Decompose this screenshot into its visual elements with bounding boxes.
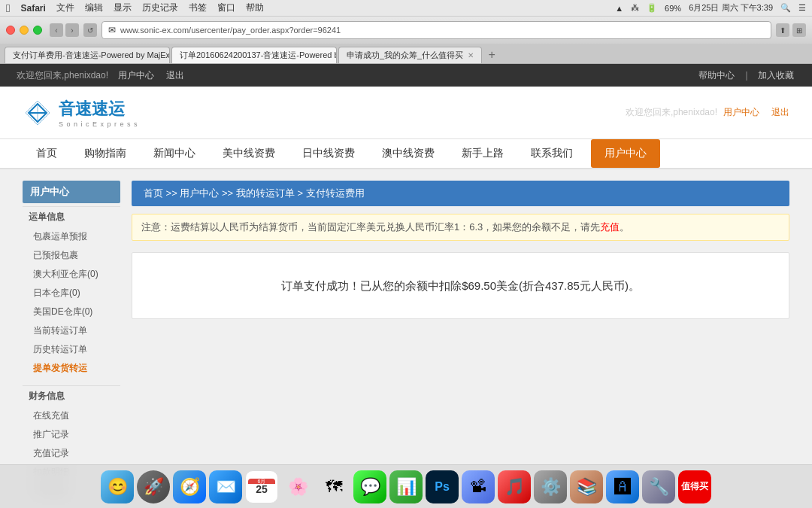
dock-finder[interactable]: 😊 [101,470,134,503]
browser-toolbar: ‹ › ↺ ✉ www.sonic-ex.com/usercenter/pay_… [0,17,812,44]
photoshop-icon: Ps [435,480,450,494]
sidebar-link-us-warehouse[interactable]: 美国DE仓库(0) [23,303,120,321]
new-tab-button[interactable]: + [483,47,500,63]
logo-cn: 音速速运 [59,98,138,120]
share-icon[interactable]: ⬆ [776,23,789,37]
close-window-button[interactable] [6,26,15,35]
sidebar-link-recharge[interactable]: 在线充值 [23,406,120,425]
notice-recharge-link[interactable]: 充值 [600,221,620,233]
header-user: 欢迎您回来,phenixdao! 用户中心 退出 [626,106,789,119]
logo-area: 音速速运 S o n i c E x p r e s s [23,98,138,128]
dock-settings[interactable]: 🔧 [642,470,675,503]
dock-music[interactable]: 🎵 [498,470,531,503]
dock-systemprefs[interactable]: ⚙️ [534,470,567,503]
search-icon[interactable]: 🔍 [780,3,791,13]
dock-photos[interactable]: 🌸 [281,470,314,503]
nav-guide[interactable]: 购物指南 [71,139,140,168]
sidebar-link-history-orders[interactable]: 历史转运订单 [23,340,120,359]
tab-1[interactable]: 支付订单费用-音速速运-Powered by MajExpress! ✕ [5,47,170,63]
sidebar-link-parcel-forecast[interactable]: 包裹运单预报 [23,227,120,246]
topbar-user-center[interactable]: 用户中心 [118,70,154,81]
nav-beginner[interactable]: 新手上路 [448,139,517,168]
dock-calendar[interactable]: 6月25 [245,470,278,503]
menu-window[interactable]: 窗口 [217,2,235,14]
dock-safari[interactable]: 🧭 [173,470,206,503]
sidebar-link-promotion[interactable]: 推广记录 [23,425,120,444]
header-logout[interactable]: 退出 [771,106,789,119]
maps-icon: 🗺 [326,477,342,497]
dock: 😊 🚀 🧭 ✉️ 6月25 🌸 🗺 💬 📊 Ps 📽 🎵 ⚙️ 📚 🅰 🔧 [0,464,812,508]
nav-jp-rates[interactable]: 日中线资费 [289,139,368,168]
back-button[interactable]: ‹ [50,23,63,37]
menu-view[interactable]: 显示 [114,2,132,14]
topbar-welcome: 欢迎您回来,phenixdao! [17,70,108,81]
forward-button[interactable]: › [65,23,79,37]
bluetooth-icon: ⁂ [631,3,639,13]
dock-launchpad[interactable]: 🚀 [137,470,170,503]
sidebar-link-au-warehouse[interactable]: 澳大利亚仓库(0) [23,265,120,284]
menu-help[interactable]: 帮助 [246,2,264,14]
dock-maps[interactable]: 🗺 [317,470,350,503]
apple-icon[interactable]:  [6,2,10,14]
reload-button[interactable]: ↺ [83,23,97,37]
notice-box: 注意：运费结算以人民币为结算货币，当前固定汇率美元兑换人民币汇率1：6.3，如果… [132,214,789,241]
dock-appstore[interactable]: 🅰 [606,470,639,503]
sidebar-link-submit-shipping[interactable]: 提单发货转运 [23,359,120,378]
wifi-icon: ▲ [615,4,623,13]
topbar-logout[interactable]: 退出 [166,70,184,81]
finder-icon: 😊 [108,477,128,497]
notice-text: 注意：运费结算以人民币为结算货币，当前固定汇率美元兑换人民币汇率1：6.3，如果… [141,221,629,233]
system-icon: ⚙️ [541,477,561,497]
nav-us-rates[interactable]: 美中线资费 [209,139,289,168]
sidebar: 用户中心 运单信息 包裹运单预报 已预报包裹 澳大利亚仓库(0) 日本仓库(0)… [23,181,120,508]
logo-en: S o n i c E x p r e s s [59,120,138,128]
dock-photoshop[interactable]: Ps [426,470,459,503]
sidebar-link-jp-warehouse[interactable]: 日本仓库(0) [23,284,120,303]
content-area: 首页 >> 用户中心 >> 我的转运订单 > 支付转运费用 注意：运费结算以人民… [132,181,789,508]
music-icon: 🎵 [504,477,525,497]
sidebar-link-reported-parcels[interactable]: 已预报包裹 [23,246,120,265]
traffic-lights [6,26,42,35]
topbar-bookmark[interactable]: 加入收藏 [758,70,794,81]
tab-2[interactable]: 订单20160624200137-音速速运-Powered by MajExpr… [171,47,337,63]
url-bar[interactable]: ✉ www.sonic-ex.com/usercenter/pay_order.… [102,21,771,39]
sidebar-link-recharge-history[interactable]: 充值记录 [23,444,120,463]
topbar-help[interactable]: 帮助中心 [698,70,735,81]
dock-what[interactable]: 值得买 [678,470,711,503]
tab-3-close[interactable]: ✕ [468,51,474,59]
menu-history[interactable]: 历史记录 [142,2,178,14]
sidebar-toggle-icon[interactable]: ⊞ [792,23,806,37]
dock-ibooks[interactable]: 📚 [570,470,603,503]
nav-contact[interactable]: 联系我们 [517,139,586,168]
maximize-window-button[interactable] [33,26,42,35]
minimize-window-button[interactable] [20,26,29,35]
success-message-box: 订单支付成功！已从您的余额中扣除$69.50美金(折合437.85元人民币)。 [132,252,789,319]
logo-text: 音速速运 S o n i c E x p r e s s [59,98,138,128]
photos-icon: 🌸 [288,477,308,497]
menu-file[interactable]: 文件 [56,2,74,14]
dock-mail[interactable]: ✉️ [209,470,242,503]
safari-icon: 🧭 [180,477,200,497]
nav-user-center[interactable]: 用户中心 [591,139,660,168]
battery-icon: 🔋 [647,3,657,13]
menu-bookmarks[interactable]: 书签 [189,2,207,14]
dock-numbers[interactable]: 📊 [389,470,423,503]
sidebar-link-current-orders[interactable]: 当前转运订单 [23,321,120,340]
keynote-icon: 📽 [470,477,486,497]
menu-icon[interactable]: ☰ [798,3,806,13]
nav-news[interactable]: 新闻中心 [140,139,209,168]
dock-messages[interactable]: 💬 [353,470,386,503]
browser-nav-buttons: ‹ › [50,23,79,37]
menu-safari[interactable]: Safari [20,3,45,14]
browser-tabs: 支付订单费用-音速速运-Powered by MajExpress! ✕ 订单2… [0,44,812,63]
messages-icon: 💬 [360,477,380,497]
dock-keynote[interactable]: 📽 [462,470,495,503]
header-user-center[interactable]: 用户中心 [723,106,759,119]
tab-3[interactable]: 申请成功_我的众筹_什么值得买 ✕ [338,47,482,63]
calendar-icon: 6月25 [248,479,275,494]
nav-home[interactable]: 首页 [23,139,71,168]
breadcrumb: 首页 >> 用户中心 >> 我的转运订单 > 支付转运费用 [132,181,789,206]
macos-status-bar: ▲ ⁂ 🔋 69% 6月25日 周六 下午3:39 🔍 ☰ [615,2,806,14]
menu-edit[interactable]: 编辑 [85,2,103,14]
nav-au-rates[interactable]: 澳中线资费 [368,139,448,168]
